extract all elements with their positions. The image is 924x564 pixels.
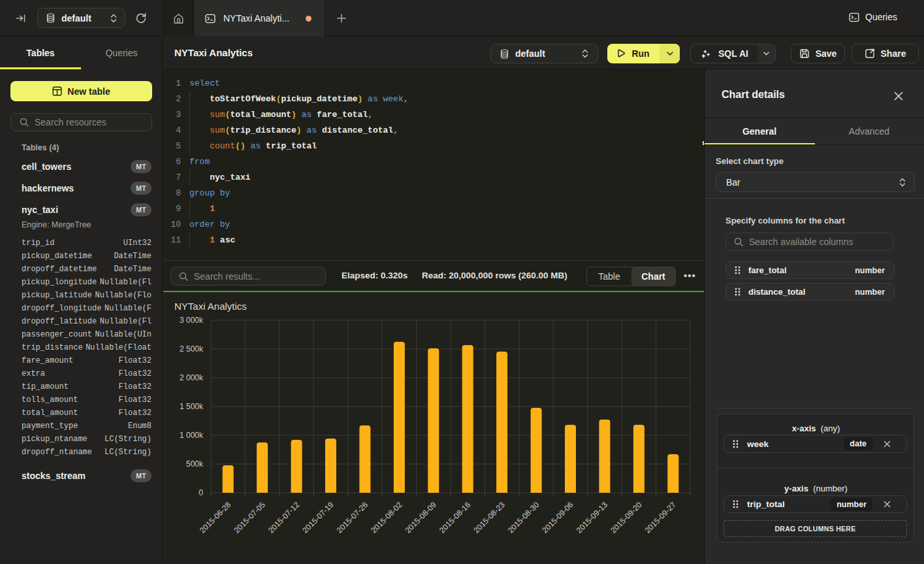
svg-text:2015-08-02: 2015-08-02 [369, 500, 404, 535]
svg-text:2 500k: 2 500k [180, 344, 204, 354]
svg-text:2015-07-12: 2015-07-12 [266, 500, 302, 535]
svg-text:0: 0 [199, 488, 203, 497]
svg-text:1 000k: 1 000k [180, 431, 204, 440]
svg-text:1 500k: 1 500k [180, 402, 204, 411]
svg-text:2015-06-28: 2015-06-28 [198, 500, 233, 535]
svg-text:2015-09-06: 2015-09-06 [540, 500, 575, 535]
svg-text:2015-07-19: 2015-07-19 [300, 500, 336, 535]
svg-text:2015-07-05: 2015-07-05 [232, 500, 267, 535]
svg-text:2015-08-16: 2015-08-16 [438, 500, 473, 535]
svg-text:NYTaxi Analytics: NYTaxi Analytics [174, 301, 247, 312]
svg-text:500k: 500k [186, 459, 204, 469]
svg-text:2015-08-09: 2015-08-09 [404, 500, 439, 535]
svg-text:2015-09-27: 2015-09-27 [643, 500, 678, 535]
svg-text:2015-09-13: 2015-09-13 [575, 500, 610, 535]
svg-text:2015-07-26: 2015-07-26 [335, 500, 370, 535]
svg-text:2015-09-20: 2015-09-20 [609, 500, 644, 535]
svg-text:2015-08-30: 2015-08-30 [506, 500, 541, 535]
svg-text:3 000k: 3 000k [180, 316, 204, 325]
svg-text:2 000k: 2 000k [180, 373, 204, 382]
svg-text:2015-08-23: 2015-08-23 [471, 500, 507, 535]
